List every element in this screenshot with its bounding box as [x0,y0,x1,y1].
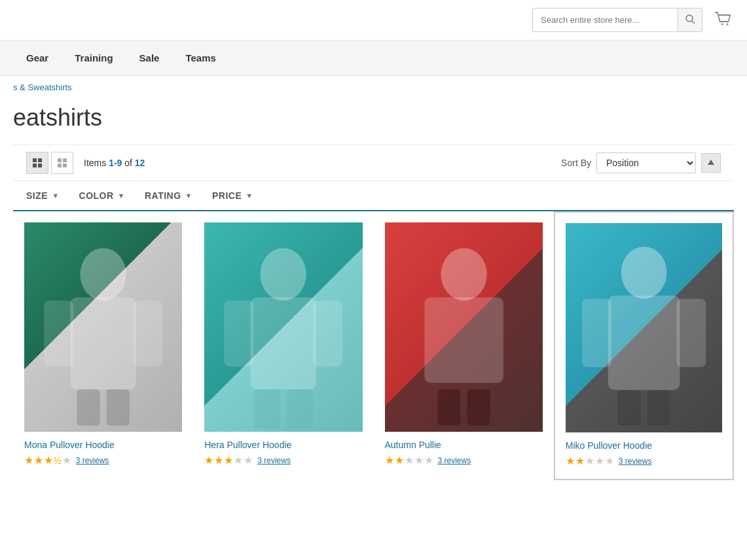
product-card-hera[interactable]: Hera Pullover Hoodie ★★★★★ 3 reviews [193,211,373,480]
items-range: 1-9 [109,158,122,168]
svg-rect-5 [38,158,42,162]
nav-item-sale[interactable]: Sale [126,41,173,75]
search-icon [685,14,695,24]
filter-color-label: COLOR [79,190,114,201]
product-image-mona [24,222,182,432]
svg-rect-23 [287,389,313,429]
top-bar [0,0,747,41]
breadcrumb-link[interactable]: s & Sweatshirts [13,82,72,92]
stars-mona: ★★★½★ 3 reviews [24,454,182,466]
search-input[interactable] [533,10,678,30]
svg-point-12 [80,248,126,300]
breadcrumb: s & Sweatshirts [0,76,747,99]
products-grid: Mona Pullover Hoodie ★★★½★ 3 reviews Her… [13,211,734,480]
product-name-hera[interactable]: Hera Pullover Hoodie [204,440,362,450]
svg-rect-29 [608,295,680,390]
svg-rect-14 [44,301,73,367]
product-image-hera [204,222,362,432]
grid-view-button[interactable] [26,152,48,174]
svg-rect-26 [437,389,460,425]
view-toggles [26,152,73,174]
svg-rect-20 [224,301,253,367]
list-view-button[interactable] [51,152,73,174]
filters-bar: SIZE ▼ COLOR ▼ RATING ▼ PRICE ▼ [13,181,734,211]
svg-rect-6 [33,164,37,167]
svg-line-1 [692,21,695,24]
star-rating-miko: ★★★★★ [566,455,615,467]
sort-label: Sort By [561,158,591,168]
svg-rect-30 [582,298,611,367]
product-figure-hera [204,222,362,432]
svg-rect-31 [676,298,706,367]
product-name-autumn[interactable]: Autumn Pullie [385,440,543,450]
star-rating-mona: ★★★½★ [24,454,72,466]
sort-wrapper: Sort By Position Product Name Price Rati… [561,152,721,173]
svg-rect-16 [77,389,100,425]
product-figure-mona [24,222,182,432]
svg-rect-17 [107,389,130,425]
review-count-autumn[interactable]: 3 reviews [438,456,471,465]
svg-rect-10 [58,164,62,167]
nav-item-training[interactable]: Training [62,41,126,75]
sort-select[interactable]: Position Product Name Price Rating [596,152,696,173]
svg-point-0 [686,15,693,22]
product-figure-miko [566,224,722,432]
product-image-autumn [385,222,543,432]
product-card-miko[interactable]: Miko Pullover Hoodie ★★★★★ 3 reviews [554,211,734,480]
nav-item-gear[interactable]: Gear [13,41,62,75]
sort-asc-icon [706,158,716,167]
filter-rating-button[interactable]: RATING ▼ [145,190,192,201]
chevron-down-icon: ▼ [52,192,59,200]
svg-rect-13 [70,298,136,390]
svg-rect-33 [647,390,670,426]
page-title: eatshirts [0,99,747,145]
svg-rect-27 [467,389,490,425]
filter-price-button[interactable]: PRICE ▼ [212,190,253,201]
search-button[interactable] [678,9,702,31]
svg-point-3 [727,23,729,25]
product-card-autumn[interactable]: Autumn Pullie ★★★★★ 3 reviews [374,211,554,480]
svg-rect-25 [424,298,503,383]
list-icon [57,158,67,168]
product-figure-autumn [385,222,543,432]
toolbar: Items 1-9 of 12 Sort By Position Product… [13,145,734,181]
star-rating-hera: ★★★★★ [204,454,253,466]
main-nav: Gear Training Sale Teams [0,41,747,76]
svg-point-18 [261,248,306,300]
svg-rect-19 [251,298,317,390]
svg-rect-4 [33,158,37,162]
product-name-miko[interactable]: Miko Pullover Hoodie [566,440,722,451]
svg-rect-21 [313,301,342,367]
review-count-mona[interactable]: 3 reviews [76,456,109,465]
svg-rect-8 [58,158,62,162]
filter-size-label: SIZE [26,190,48,201]
stars-miko: ★★★★★ 3 reviews [566,455,722,467]
svg-point-28 [621,246,666,298]
product-image-miko [566,223,722,432]
chevron-down-icon: ▼ [246,192,253,200]
items-count: Items 1-9 of 12 [84,158,145,168]
search-wrapper [532,8,702,32]
svg-rect-11 [63,164,67,167]
stars-hera: ★★★★★ 3 reviews [204,454,362,466]
svg-rect-32 [618,390,641,426]
grid-icon [32,158,43,168]
chevron-down-icon: ▼ [185,192,192,200]
svg-point-24 [441,248,486,300]
svg-rect-22 [254,389,280,429]
filter-size-button[interactable]: SIZE ▼ [26,190,60,201]
product-card-mona[interactable]: Mona Pullover Hoodie ★★★½★ 3 reviews [13,211,193,480]
svg-rect-9 [63,158,67,162]
product-name-mona[interactable]: Mona Pullover Hoodie [24,440,182,450]
filter-price-label: PRICE [212,190,242,201]
sort-direction-button[interactable] [701,153,721,173]
svg-rect-15 [133,301,162,367]
nav-item-teams[interactable]: Teams [172,41,228,75]
cart-button[interactable] [713,9,734,32]
svg-point-2 [721,23,723,25]
filter-color-button[interactable]: COLOR ▼ [79,190,125,201]
chevron-down-icon: ▼ [118,192,125,200]
filter-rating-label: RATING [145,190,181,201]
review-count-miko[interactable]: 3 reviews [619,457,652,466]
review-count-hera[interactable]: 3 reviews [257,456,291,465]
